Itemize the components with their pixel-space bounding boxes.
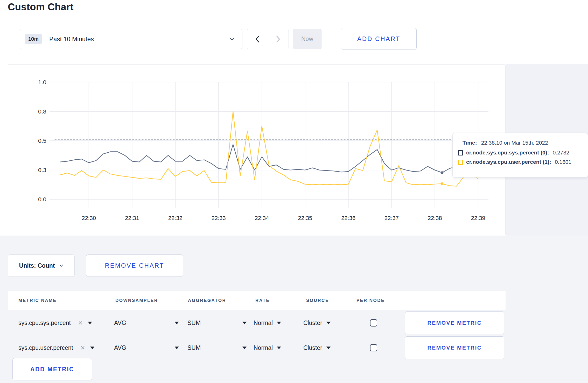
column-header-source: SOURCE	[306, 298, 329, 303]
svg-text:0.8: 0.8	[38, 108, 46, 115]
downsampler-value: AVG	[114, 320, 126, 327]
add-chart-button[interactable]: ADD CHART	[341, 28, 417, 50]
column-header-per-node: PER NODE	[356, 298, 385, 303]
aggregator-value: SUM	[187, 320, 201, 327]
tooltip-series-value: 0.1601	[555, 159, 571, 165]
chevron-down-icon	[230, 38, 234, 41]
page-title: Custom Chart	[8, 2, 74, 13]
toolbar-divider	[8, 29, 8, 49]
column-header-metric-name: METRIC NAME	[18, 298, 57, 303]
source-value: Cluster	[303, 320, 322, 327]
chart-card: 0.00.30.50.81.022:3022:3122:3222:3322:34…	[8, 64, 506, 235]
time-next-button[interactable]	[268, 29, 289, 49]
svg-text:22:32: 22:32	[168, 215, 183, 221]
svg-text:0.3: 0.3	[38, 167, 46, 173]
caret-down-icon	[326, 322, 331, 324]
caret-down-icon	[90, 346, 94, 349]
time-nav-group	[247, 29, 289, 49]
rate-select[interactable]: Normal	[254, 320, 281, 327]
tooltip-time-row: Time:22:38:10 on Mar 15th, 2022	[458, 140, 583, 146]
metric-table-row: sys.cpu.user.percent ✕ AVG SUM Normal Cl…	[8, 335, 506, 360]
clear-metric-x-icon[interactable]: ✕	[80, 345, 85, 351]
svg-text:22:35: 22:35	[298, 215, 312, 221]
caret-down-icon	[175, 346, 179, 349]
svg-text:0.5: 0.5	[38, 137, 46, 144]
chevron-left-icon	[255, 36, 260, 42]
tooltip-series-row: cr.node.sys.cpu.sys.percent (0): 0.2732	[458, 150, 583, 156]
rate-value: Normal	[254, 344, 273, 351]
metric-name-label: sys.cpu.user.percent	[18, 344, 73, 351]
time-window-select[interactable]: 10m Past 10 Minutes	[20, 29, 242, 49]
downsampler-value: AVG	[114, 344, 126, 351]
series-sys-swatch-icon	[458, 150, 463, 155]
aggregator-value: SUM	[187, 344, 201, 351]
column-header-downsampler: DOWNSAMPLER	[115, 298, 158, 303]
tooltip-series-row: cr.node.sys.cpu.user.percent (1): 0.1601	[458, 159, 583, 165]
svg-text:1.0: 1.0	[38, 79, 46, 86]
units-label: Units: Count	[19, 262, 55, 269]
custom-chart-svg[interactable]: 0.00.30.50.81.022:3022:3122:3222:3322:34…	[8, 65, 505, 235]
metric-name-select[interactable]: sys.cpu.user.percent ✕	[18, 344, 94, 351]
rate-value: Normal	[254, 320, 273, 327]
svg-text:22:34: 22:34	[255, 215, 269, 221]
now-button[interactable]: Now	[293, 29, 321, 49]
source-value: Cluster	[303, 344, 322, 351]
svg-text:22:30: 22:30	[82, 215, 96, 221]
remove-chart-button[interactable]: REMOVE CHART	[86, 254, 183, 277]
chevron-down-icon	[59, 264, 63, 267]
tooltip-series-value: 0.2732	[553, 150, 569, 156]
tooltip-time-value: 22:38:10 on Mar 15th, 2022	[481, 140, 548, 146]
tooltip-series-name: cr.node.sys.cpu.user.percent (1):	[466, 159, 551, 165]
source-select[interactable]: Cluster	[303, 320, 331, 327]
caret-down-icon	[326, 346, 331, 349]
svg-text:22:31: 22:31	[125, 215, 139, 221]
svg-text:22:37: 22:37	[384, 215, 399, 221]
caret-down-icon	[277, 346, 281, 349]
svg-text:22:39: 22:39	[471, 215, 485, 221]
metric-name-label: sys.cpu.sys.percent	[18, 320, 71, 327]
per-node-checkbox[interactable]	[370, 344, 377, 351]
tooltip-time-label: Time:	[463, 140, 477, 146]
aggregator-select[interactable]: SUM	[187, 320, 247, 327]
time-window-label: Past 10 Minutes	[49, 36, 94, 43]
time-window-badge: 10m	[25, 34, 42, 44]
caret-down-icon	[242, 322, 247, 324]
metric-table-row: sys.cpu.sys.percent ✕ AVG SUM Normal Clu…	[8, 310, 506, 335]
add-metric-button[interactable]: ADD METRIC	[12, 358, 92, 380]
time-prev-button[interactable]	[247, 29, 268, 49]
metrics-table-header: METRIC NAME DOWNSAMPLER AGGREGATOR RATE …	[8, 291, 506, 310]
caret-down-icon	[175, 322, 179, 324]
aggregator-select[interactable]: SUM	[187, 344, 247, 351]
caret-down-icon	[242, 346, 247, 349]
svg-text:0.0: 0.0	[38, 196, 46, 203]
custom-chart-page: Custom Chart 10m Past 10 Minutes Now ADD…	[0, 0, 588, 383]
units-select[interactable]: Units: Count	[8, 254, 75, 277]
tooltip-series-name: cr.node.sys.cpu.sys.percent (0):	[466, 150, 549, 156]
svg-text:22:36: 22:36	[341, 215, 355, 221]
source-select[interactable]: Cluster	[303, 344, 331, 351]
caret-down-icon	[277, 322, 281, 324]
series-user-swatch-icon	[458, 160, 463, 165]
svg-text:22:38: 22:38	[428, 215, 442, 221]
column-header-aggregator: AGGREGATOR	[188, 298, 226, 303]
remove-metric-button[interactable]: REMOVE METRIC	[405, 311, 504, 334]
metric-name-select[interactable]: sys.cpu.sys.percent ✕	[18, 320, 92, 327]
chevron-right-icon	[276, 36, 280, 42]
caret-down-icon	[88, 322, 92, 324]
downsampler-select[interactable]: AVG	[114, 320, 179, 327]
downsampler-select[interactable]: AVG	[114, 344, 179, 351]
remove-metric-button[interactable]: REMOVE METRIC	[405, 336, 504, 359]
column-header-rate: RATE	[255, 298, 270, 303]
rate-select[interactable]: Normal	[254, 344, 281, 351]
svg-text:22:33: 22:33	[212, 215, 226, 221]
chart-tooltip: Time:22:38:10 on Mar 15th, 2022 cr.node.…	[452, 133, 588, 178]
per-node-checkbox[interactable]	[370, 319, 377, 327]
clear-metric-x-icon[interactable]: ✕	[78, 320, 83, 326]
